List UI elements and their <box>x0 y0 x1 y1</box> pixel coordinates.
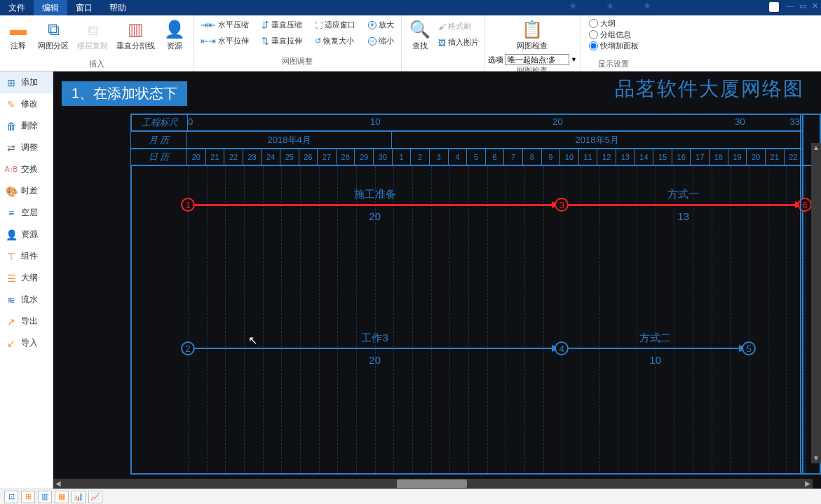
canvas[interactable]: 1、在添加状态下 品茗软件大厦网络图 工程标尺 010203033 月 历 20… <box>53 71 821 489</box>
day-cell: 27 <box>318 149 337 165</box>
menu-edit[interactable]: 编辑 <box>34 0 67 15</box>
find-button[interactable]: 🔍 查找 <box>405 17 435 53</box>
vsplit-icon: ▥ <box>125 18 147 41</box>
sb-btn-4[interactable]: ▦ <box>55 491 69 503</box>
scrollbar-vertical[interactable]: ▲ ▼ <box>811 143 821 463</box>
day-cell: 8 <box>523 149 542 165</box>
sidebar-item-timelag[interactable]: 🎨时差 <box>0 180 53 202</box>
vsplit-button[interactable]: ▥ 垂直分割线 <box>112 17 159 53</box>
sidebar-item-adjust[interactable]: ⇄调整 <box>0 137 53 158</box>
month-label: 月 历 <box>131 132 187 148</box>
node[interactable]: 3 <box>555 198 569 212</box>
h-compress-button[interactable]: ⇥⇤水平压缩 <box>198 18 252 32</box>
node[interactable]: 1 <box>181 198 195 212</box>
radio-quick-add[interactable]: 快增加面板 <box>589 41 639 51</box>
scrollbar-horizontal[interactable]: ◀ ▶ <box>53 479 813 489</box>
insert-group-label: 插入 <box>89 59 104 71</box>
insert-pic-icon: 🖼 <box>438 39 446 47</box>
window-controls: — ▭ ✕ <box>786 1 818 11</box>
activity-line[interactable] <box>195 348 553 349</box>
ruler-tick: 20 <box>552 116 562 127</box>
sidebar-item-add[interactable]: ⊞添加 <box>0 71 53 93</box>
sb-btn-1[interactable]: ⊡ <box>4 491 18 503</box>
sb-btn-5[interactable]: 📊 <box>72 491 86 503</box>
sb-btn-2[interactable]: ⊞ <box>21 491 35 503</box>
annotate-button[interactable]: ▬ 注释 <box>3 17 34 53</box>
v-stretch-icon: ⇅ <box>262 36 269 46</box>
zoom-in-button[interactable]: +放大 <box>365 18 397 32</box>
day-cell: 19 <box>728 149 747 165</box>
sidebar-item-outline[interactable]: ☰大纲 <box>0 267 53 289</box>
day-cell: 6 <box>486 149 505 165</box>
radio-group-info[interactable]: 分组信息 <box>589 29 639 40</box>
scroll-up-icon[interactable]: ▲ <box>811 143 821 153</box>
zoom-out-button[interactable]: −缩小 <box>365 34 397 48</box>
day-cell: 23 <box>243 149 262 165</box>
menu-file[interactable]: 文件 <box>0 0 34 15</box>
scroll-right-icon[interactable]: ▶ <box>803 479 813 489</box>
calculator-icon[interactable] <box>769 2 779 12</box>
restore-size-button[interactable]: ↺恢复大小 <box>312 34 358 48</box>
sidebar-item-delete[interactable]: 🗑删除 <box>0 115 53 137</box>
scroll-thumb[interactable] <box>397 479 467 488</box>
check-button[interactable]: 📋 网图检查 <box>513 17 552 53</box>
sidebar-item-swap[interactable]: A↕B交换 <box>0 158 53 180</box>
resource-button[interactable]: 👤 资源 <box>159 17 190 53</box>
sidebar-item-modify[interactable]: ✎修改 <box>0 93 53 115</box>
day-cell: 3 <box>430 149 449 165</box>
day-cell: 29 <box>355 149 374 165</box>
grid-area[interactable]: 施工准备20方式一13工作320方式二10136245 <box>130 166 803 475</box>
delete-icon: 🗑 <box>6 121 17 132</box>
close-icon[interactable]: ✕ <box>812 1 818 11</box>
activity-duration: 10 <box>649 354 661 366</box>
activity-line[interactable] <box>569 348 740 349</box>
v-stretch-button[interactable]: ⇅垂直拉伸 <box>259 34 305 48</box>
month-row: 月 历 2018年4月2018年5月 <box>130 131 803 149</box>
activity-name: 方式二 <box>639 332 671 345</box>
h-stretch-button[interactable]: ⇤⇥水平拉伸 <box>198 34 252 48</box>
ruler-tick: 30 <box>735 116 745 127</box>
sidebar-item-flow[interactable]: ≋流水 <box>0 289 53 311</box>
maximize-icon[interactable]: ▭ <box>799 1 806 11</box>
partition-button[interactable]: ⧉ 网图分区 <box>34 17 73 53</box>
empty-layer-icon: ≡ <box>6 207 17 219</box>
sb-btn-6[interactable]: 📈 <box>88 491 102 503</box>
day-cell: 11 <box>579 149 598 165</box>
scroll-down-icon[interactable]: ▼ <box>811 454 821 463</box>
sidebar-item-component[interactable]: ⊤组件 <box>0 245 53 267</box>
sidebar-item-resource[interactable]: 👤资源 <box>0 224 53 245</box>
day-cell: 9 <box>542 149 561 165</box>
sb-btn-3[interactable]: ▥ <box>38 491 52 503</box>
swap-icon: A↕B <box>6 164 17 175</box>
v-compress-icon: ⇵ <box>262 20 269 30</box>
fit-window-icon: ⛶ <box>315 21 323 29</box>
floor-copy-icon: ⧈ <box>81 18 104 41</box>
modify-icon: ✎ <box>6 99 17 110</box>
option-select[interactable] <box>505 54 569 65</box>
menu-window[interactable]: 窗口 <box>67 0 101 15</box>
ruler-tick: 33 <box>789 116 799 127</box>
sidebar-item-import[interactable]: ↙导入 <box>0 332 53 354</box>
minimize-icon[interactable]: — <box>786 1 794 11</box>
menu-help[interactable]: 帮助 <box>101 0 135 15</box>
view-group-label: 网图调整 <box>198 56 397 68</box>
node[interactable]: 2 <box>181 341 195 355</box>
radio-outline[interactable]: 大纲 <box>589 18 639 29</box>
node[interactable]: 5 <box>742 341 756 355</box>
ribbon: ▬ 注释 ⧉ 网图分区 ⧈ 楼层复制 ▥ 垂直分割线 👤 资源 插入 <box>0 15 821 71</box>
node[interactable]: 4 <box>555 341 569 355</box>
day-cell: 21 <box>206 149 225 165</box>
dropdown-icon[interactable]: ▼ <box>571 56 577 63</box>
activity-name: 工作3 <box>361 332 388 345</box>
activity-line[interactable] <box>195 204 553 206</box>
v-compress-button[interactable]: ⇵垂直压缩 <box>259 18 305 32</box>
scroll-left-icon[interactable]: ◀ <box>53 479 63 489</box>
sidebar-item-empty-layer[interactable]: ≡空层 <box>0 202 53 224</box>
insert-pic-button[interactable]: 🖼插入图片 <box>435 36 482 49</box>
ruler-tick: 0 <box>188 116 193 127</box>
sidebar-item-export[interactable]: ↗导出 <box>0 311 53 332</box>
activity-line[interactable] <box>569 204 796 206</box>
floor-copy-button[interactable]: ⧈ 楼层复制 <box>73 17 112 53</box>
zoom-in-icon: + <box>368 21 376 29</box>
fit-window-button[interactable]: ⛶适应窗口 <box>312 18 358 32</box>
